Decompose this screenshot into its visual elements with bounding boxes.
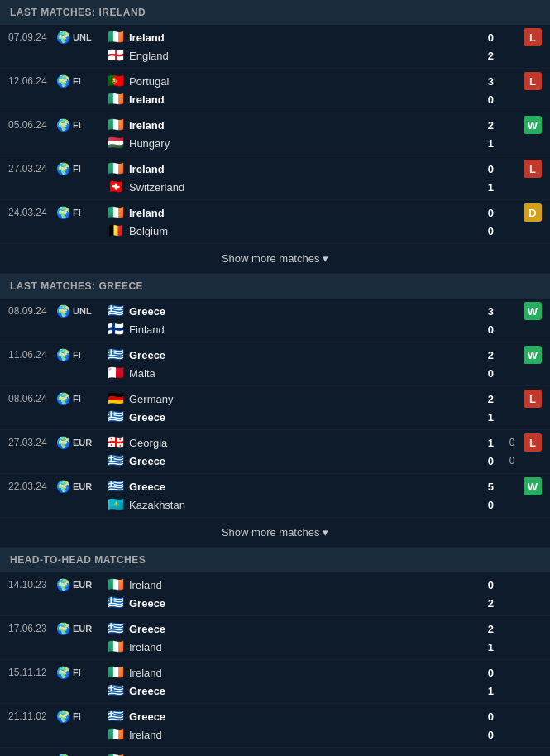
team2-flag: 🇫🇮	[108, 323, 124, 336]
app: LAST MATCHES: IRELAND07.09.24🌍UNL🇮🇪Irela…	[0, 0, 550, 756]
match-row-bottom: 🇬🇷Greece00	[0, 452, 550, 473]
match-row-bottom: 🇮🇪Ireland0	[0, 725, 550, 747]
team1-col: 🇮🇪Ireland	[104, 666, 476, 679]
competition-label: FI	[73, 76, 81, 86]
match-pair: 12.06.24🌍FI🇵🇹Portugal3L🇮🇪Ireland0	[0, 69, 550, 112]
team2-name: Finland	[129, 323, 165, 336]
match-row-bottom: 🇨🇭Switzerland1	[0, 178, 550, 199]
team2-col: 🇬🇷Greece	[104, 596, 476, 610]
match-row-top: 17.06.23🌍EUR🇬🇷Greece2	[0, 616, 550, 638]
result-badge	[524, 576, 542, 594]
team2-name: Switzerland	[129, 181, 184, 194]
team1-flag: 🇩🇪	[108, 392, 124, 405]
team2-col: 🇨🇭Switzerland	[104, 180, 476, 194]
team1-score: 2	[476, 349, 500, 361]
team1-flag: 🇮🇪	[108, 666, 124, 679]
match-competition: 🌍FI	[56, 162, 104, 175]
result-badge: L	[524, 433, 542, 452]
team1-name: Greece	[129, 349, 165, 361]
match-date: 08.06.24	[0, 393, 56, 404]
team1-score: 1	[476, 437, 500, 449]
match-row-top: 08.06.24🌍FI🇩🇪Germany2L	[0, 386, 550, 408]
team2-col: 🇮🇪Ireland	[104, 728, 476, 741]
competition-label: FI	[73, 350, 81, 360]
result-badge	[524, 663, 542, 682]
match-date: 11.06.24	[0, 349, 56, 361]
team1-flag: 🇬🇷	[108, 622, 124, 635]
team1-score: 2	[476, 623, 500, 635]
match-row-top: 14.10.23🌍EUR🇮🇪Ireland0	[0, 572, 550, 594]
team1-name: Greece	[129, 711, 165, 723]
team2-score: 0	[476, 499, 500, 511]
team1-name: Ireland	[129, 31, 165, 44]
team1-col: 🇮🇪Ireland	[104, 206, 476, 219]
team2-name: Ireland	[129, 641, 162, 653]
match-row-top: 07.09.24🌍UNL🇮🇪Ireland0L	[0, 25, 550, 46]
match-competition: 🌍FI	[56, 74, 104, 88]
match-row-top: 05.06.24🌍FI🇮🇪Ireland2W	[0, 112, 550, 134]
match-pair: 15.11.12🌍FI🇮🇪Ireland0🇬🇷Greece1	[0, 660, 550, 704]
match-competition: 🌍UNL	[56, 31, 104, 44]
result-badge: L	[524, 72, 542, 90]
show-more-greece[interactable]: Show more matches ▾	[0, 518, 550, 548]
team1-score: 0	[476, 711, 500, 723]
team1-score-extra: 0	[500, 437, 524, 448]
team2-score: 0	[476, 225, 500, 237]
team1-name: Ireland	[129, 163, 165, 175]
team1-col: 🇮🇪Ireland	[104, 118, 476, 132]
team2-flag: 🇲🇹	[108, 366, 124, 380]
competition-label: UNL	[73, 32, 92, 42]
team2-col: 🇮🇪Ireland	[104, 93, 476, 106]
team1-flag: 🇬🇷	[108, 710, 124, 723]
match-competition: 🌍EUR	[56, 436, 104, 449]
show-more-ireland[interactable]: Show more matches ▾	[0, 244, 550, 274]
team2-col: 🇧🇪Belgium	[104, 224, 476, 237]
match-date: 27.03.24	[0, 437, 56, 448]
match-row-bottom: 🇰🇿Kazakhstan0	[0, 495, 550, 517]
match-competition: 🌍EUR	[56, 480, 104, 493]
match-pair: 22.03.24🌍EUR🇬🇷Greece5W🇰🇿Kazakhstan0	[0, 474, 550, 518]
team2-col: 🏴󠁧󠁢󠁥󠁮󠁧󠁿England	[104, 49, 476, 62]
match-row-top: 27.03.24🌍EUR🇬🇪Georgia10L	[0, 430, 550, 452]
competition-label: FI	[73, 120, 81, 130]
match-pair: 07.09.24🌍UNL🇮🇪Ireland0L🏴󠁧󠁢󠁥󠁮󠁧󠁿England2	[0, 25, 550, 69]
team1-col: 🇬🇷Greece	[104, 480, 476, 493]
competition-label: EUR	[73, 438, 92, 447]
team2-score: 1	[476, 641, 500, 653]
competition-icon: 🌍	[56, 666, 70, 679]
match-pair: 05.06.24🌍FI🇮🇪Ireland2W🇭🇺Hungary1	[0, 112, 550, 156]
team2-score: 1	[476, 181, 500, 194]
competition-label: EUR	[73, 481, 92, 491]
team2-name: Malta	[129, 367, 155, 380]
competition-icon: 🌍	[56, 436, 70, 449]
team2-score: 0	[476, 367, 500, 380]
team2-col: 🇰🇿Kazakhstan	[104, 498, 476, 511]
team1-col: 🇮🇪Ireland	[104, 578, 476, 591]
section-header-h2h: HEAD-TO-HEAD MATCHES	[0, 548, 550, 572]
team1-flag: 🇬🇷	[108, 348, 124, 361]
match-pair: 24.03.24🌍FI🇮🇪Ireland0D🇧🇪Belgium0	[0, 200, 550, 244]
team1-score: 0	[476, 163, 500, 175]
team2-col: 🇬🇷Greece	[104, 410, 476, 423]
team1-flag: 🇮🇪	[108, 162, 124, 175]
match-pair: 21.11.02🌍FI🇬🇷Greece0🇮🇪Ireland0	[0, 704, 550, 748]
match-date: 17.06.23	[0, 623, 56, 634]
section-header-greece: LAST MATCHES: GREECE	[0, 274, 550, 299]
team1-col: 🇬🇷Greece	[104, 348, 476, 361]
team2-flag: 🇰🇿	[108, 498, 124, 511]
result-badge	[524, 620, 542, 638]
team1-name: Portugal	[129, 75, 169, 88]
team2-col: 🇭🇺Hungary	[104, 136, 476, 150]
competition-icon: 🌍	[56, 304, 70, 318]
competition-label: FI	[73, 208, 81, 218]
match-competition: 🌍FI	[56, 348, 104, 361]
result-badge: W	[524, 477, 542, 495]
match-pair: 27.03.24🌍EUR🇬🇪Georgia10L🇬🇷Greece00	[0, 430, 550, 474]
team1-name: Greece	[129, 305, 165, 318]
team1-score: 0	[476, 31, 500, 44]
match-competition: 🌍FI	[56, 392, 104, 405]
team2-col: 🇮🇪Ireland	[104, 640, 476, 653]
match-row-bottom: 🇬🇷Greece2	[0, 594, 550, 615]
result-badge: W	[524, 302, 542, 320]
competition-icon: 🌍	[56, 392, 70, 405]
